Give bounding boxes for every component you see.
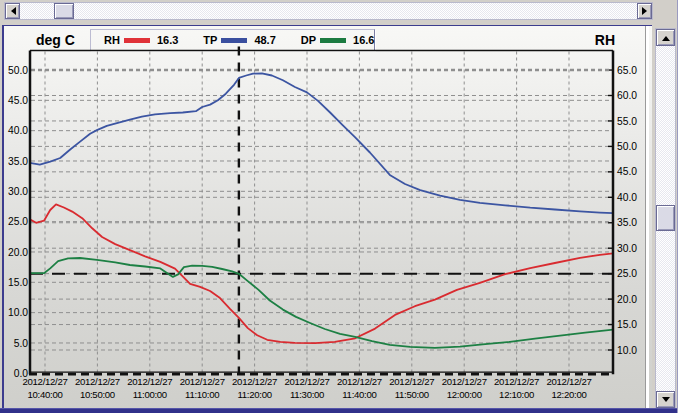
right-tick-label: 65.0 [617, 65, 637, 76]
right-tick-label: 35.0 [617, 217, 637, 228]
x-tick-time: 12:20:00 [552, 389, 587, 400]
x-tick-time: 10:40:00 [28, 389, 63, 400]
series-dp [30, 258, 613, 348]
scroll-up-button[interactable] [656, 29, 675, 46]
x-tick-time: 11:40:00 [342, 389, 376, 400]
left-tick-label: 5.0 [14, 338, 29, 349]
left-tick-label: 10.0 [8, 307, 28, 318]
left-tick-label: 45.0 [8, 95, 28, 106]
right-tick-label: 20.0 [617, 294, 637, 305]
x-tick-date: 2012/12/27 [127, 376, 172, 387]
scroll-down-button[interactable] [656, 391, 675, 408]
x-tick-date: 2012/12/27 [389, 376, 434, 387]
right-tick-label: 15.0 [617, 319, 637, 330]
right-tick-label: 45.0 [617, 166, 637, 177]
x-tick-date: 2012/12/27 [284, 376, 329, 387]
x-tick-date: 2012/12/27 [442, 376, 487, 387]
x-tick-date: 2012/12/27 [75, 376, 120, 387]
left-tick-label: 40.0 [8, 125, 28, 136]
trend-chart-window: deg C RH 16.3 TP 48.7 DP 16.6 RH 50.045.… [0, 0, 678, 413]
plot-area[interactable]: 50.045.040.035.030.025.020.015.010.05.00… [0, 0, 678, 413]
x-tick-date: 2012/12/27 [22, 376, 67, 387]
up-arrow-icon [662, 32, 670, 41]
left-tick-label: 25.0 [8, 216, 28, 227]
right-tick-label: 50.0 [617, 141, 637, 152]
series-tp [30, 73, 613, 213]
right-tick-label: 30.0 [617, 243, 637, 254]
x-tick-time: 11:50:00 [395, 389, 429, 400]
right-tick-label: 40.0 [617, 192, 637, 203]
right-tick-label: 10.0 [617, 345, 637, 356]
x-tick-date: 2012/12/27 [494, 376, 539, 387]
x-tick-date: 2012/12/27 [546, 376, 591, 387]
right-tick-label: 60.0 [617, 90, 637, 101]
x-tick-time: 11:10:00 [185, 389, 219, 400]
left-tick-label: 50.0 [8, 65, 28, 76]
x-tick-date: 2012/12/27 [337, 376, 382, 387]
right-tick-label: 55.0 [617, 116, 637, 127]
down-arrow-icon [662, 397, 670, 406]
x-tick-time: 11:30:00 [290, 389, 324, 400]
x-tick-date: 2012/12/27 [180, 376, 225, 387]
vertical-scrollbar-thumb[interactable] [656, 205, 675, 231]
x-tick-time: 10:50:00 [80, 389, 115, 400]
left-tick-label: 35.0 [8, 156, 28, 167]
right-tick-label: 25.0 [617, 268, 637, 279]
x-tick-time: 11:20:00 [237, 389, 271, 400]
vertical-scrollbar[interactable] [655, 28, 676, 409]
x-tick-time: 11:00:00 [133, 389, 167, 400]
window-bottom-border [0, 408, 678, 413]
x-tick-time: 12:00:00 [447, 389, 482, 400]
x-tick-date: 2012/12/27 [232, 376, 277, 387]
left-tick-label: 20.0 [8, 247, 28, 258]
x-tick-time: 12:10:00 [499, 389, 534, 400]
left-tick-label: 30.0 [8, 186, 28, 197]
left-tick-label: 15.0 [8, 277, 28, 288]
